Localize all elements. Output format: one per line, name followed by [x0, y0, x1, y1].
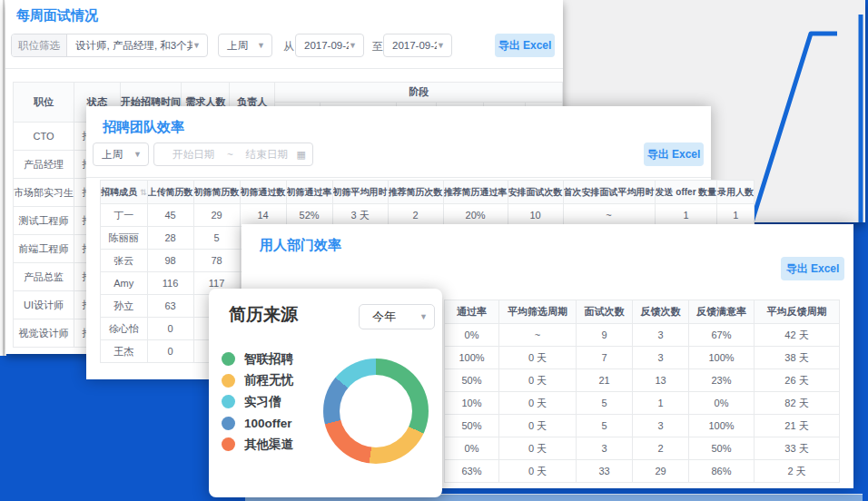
panel-title: 每周面试情况 — [16, 7, 98, 25]
table-cell: 33 天 — [755, 437, 840, 460]
table-cell: 2 — [633, 437, 689, 460]
export-excel-button[interactable]: 导出 Excel — [781, 257, 844, 280]
year-value: 今年 — [360, 309, 396, 325]
table-row: 10%0 天510%82 天 — [445, 392, 840, 415]
period-select[interactable]: 上周 ▼ — [218, 34, 272, 57]
column-header: 反馈次数 — [633, 300, 689, 324]
column-header: 安排面试次数 — [508, 181, 563, 204]
table-row: 0%~9367%42 天 — [445, 324, 840, 347]
to-label: 至 — [372, 39, 383, 54]
column-header: 反馈满意率 — [689, 300, 755, 324]
table-cell: 13 — [633, 369, 689, 392]
chevron-down-icon: ▼ — [192, 41, 207, 50]
export-excel-button[interactable]: 导出 Excel — [644, 142, 704, 166]
table-cell: 5 — [193, 227, 240, 250]
column-header[interactable]: 招聘成员⇅ — [101, 181, 148, 204]
column-header: 面试次数 — [577, 300, 633, 324]
table-cell: 100% — [689, 347, 755, 369]
table-cell: 张云 — [101, 250, 148, 272]
donut-legend: 智联招聘前程无忧实习僧100offer其他渠道 — [222, 349, 293, 456]
table-cell: 1 — [633, 392, 689, 415]
column-header: 上传简历数 — [147, 181, 193, 204]
table-cell: 2 — [388, 204, 443, 227]
table-cell: 0 天 — [499, 460, 577, 483]
table-cell: 0% — [689, 392, 755, 415]
table-cell: 3 — [633, 347, 689, 369]
table-cell: 52% — [286, 204, 332, 227]
table-cell: 45 — [147, 204, 193, 227]
table-cell: 0% — [445, 324, 499, 347]
divider — [86, 177, 711, 178]
table-cell: ~ — [563, 204, 655, 227]
end-date-placeholder: 结束日期 — [233, 148, 288, 162]
table-cell: 5 — [577, 392, 633, 415]
legend-item[interactable]: 智联招聘 — [222, 349, 293, 370]
table-cell: 3 — [633, 324, 689, 347]
column-header: 发送 offer 数量 — [655, 181, 717, 204]
legend-label: 实习僧 — [244, 394, 281, 410]
table-cell: 0 天 — [499, 347, 577, 369]
table-cell: 7 — [577, 347, 633, 369]
to-date-value: 2017-09-27 — [384, 40, 437, 51]
export-excel-button[interactable]: 导出 Excel — [495, 34, 555, 57]
date-range-input[interactable]: 开始日期 ~ 结束日期 ▦ — [153, 142, 313, 166]
table-row: 50%0 天53100%21 天 — [445, 415, 840, 437]
column-header: 通过率 — [445, 300, 499, 324]
table-cell: 孙立 — [101, 295, 148, 318]
table-row: 63%0 天332986%2 天 — [445, 460, 840, 483]
table-cell: 3 天 — [332, 204, 388, 227]
column-header: 平均反馈周期 — [755, 300, 840, 324]
legend-item[interactable]: 实习僧 — [222, 391, 293, 413]
period-value: 上周 — [94, 148, 123, 162]
department-efficiency-table: 通过率平均筛选周期面试次数反馈次数反馈满意率平均反馈周期0%~9367%42 天… — [444, 300, 840, 483]
column-header: 初筛平均用时 — [332, 181, 388, 204]
position-filter-select[interactable]: 职位筛选 设计师, 产品经理, 和3个其他职位 ▼ — [11, 34, 208, 57]
table-cell: 50% — [445, 369, 499, 392]
legend-item[interactable]: 前程无忧 — [222, 370, 293, 392]
table-cell: 116 — [147, 272, 193, 295]
to-date-picker[interactable]: 2017-09-27 ▼ — [383, 34, 452, 57]
position-filter-label: 职位筛选 — [12, 34, 67, 56]
table-cell: 王杰 — [101, 340, 148, 363]
table-row: 50%0 天211323%26 天 — [445, 369, 840, 392]
resume-source-panel: 简历来源 今年 ▼ 智联招聘前程无忧实习僧100offer其他渠道 — [209, 289, 442, 497]
from-date-picker[interactable]: 2017-09-20 ▼ — [295, 34, 364, 57]
chevron-down-icon: ▼ — [257, 41, 271, 50]
start-date-placeholder: 开始日期 — [154, 148, 214, 162]
legend-color-dot — [222, 352, 235, 366]
table-cell: 29 — [633, 460, 689, 483]
table-cell: 产品经理 — [14, 151, 74, 179]
sort-icon[interactable]: ⇅ — [140, 188, 147, 197]
legend-item[interactable]: 100offer — [222, 413, 293, 435]
table-cell: 9 — [577, 324, 633, 347]
table-cell: 0 天 — [499, 415, 577, 437]
table-cell: 26 天 — [755, 369, 840, 392]
legend-label: 100offer — [244, 417, 292, 430]
column-header: 职位 — [14, 83, 74, 123]
column-header: 推荐简历次数 — [388, 181, 443, 204]
table-cell: 测试工程师 — [14, 207, 74, 235]
legend-color-dot — [222, 395, 235, 408]
table-cell: 86% — [689, 460, 755, 483]
table-cell: 42 天 — [755, 324, 840, 347]
table-row: 丁一45291452%3 天220%10~11 — [101, 204, 755, 227]
table-cell: 1 — [717, 204, 755, 227]
table-cell: ~ — [499, 324, 577, 347]
table-cell: 前端工程师 — [14, 235, 74, 263]
table-cell: 0 天 — [499, 392, 577, 415]
table-cell: 78 — [193, 250, 240, 272]
table-cell: 23% — [689, 369, 755, 392]
table-cell: 10 — [508, 204, 563, 227]
period-select[interactable]: 上周 ▼ — [93, 142, 149, 166]
column-header: 初筛通过率 — [286, 181, 332, 204]
table-cell: 2 天 — [755, 460, 840, 483]
legend-color-dot — [222, 437, 235, 451]
calendar-icon[interactable]: ▦ — [297, 149, 312, 161]
table-cell: 100% — [689, 415, 755, 437]
chevron-down-icon: ▼ — [437, 41, 451, 50]
table-cell: 98 — [147, 250, 193, 272]
legend-item[interactable]: 其他渠道 — [222, 434, 293, 456]
table-cell: 市场部实习生 — [14, 179, 74, 207]
panel-title: 用人部门效率 — [260, 237, 341, 254]
year-select[interactable]: 今年 ▼ — [359, 304, 435, 329]
